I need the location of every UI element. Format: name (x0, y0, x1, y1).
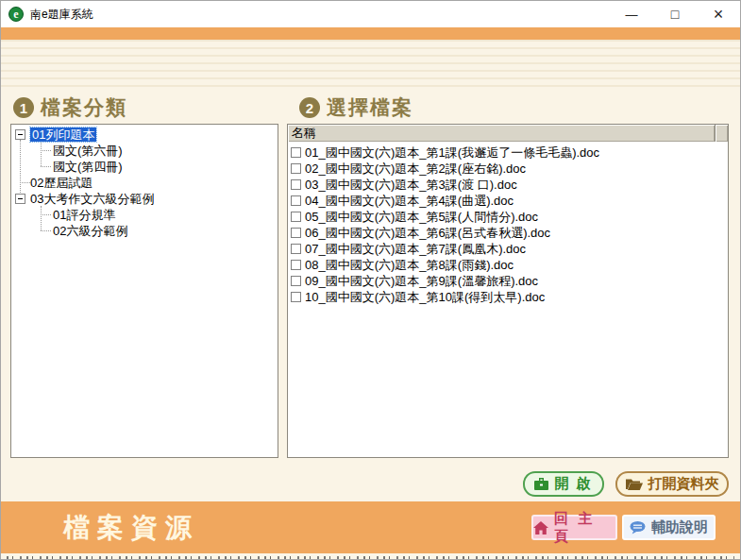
file-row[interactable]: 06_國中國文(六)題本_第6課(呂式春秋選).doc (288, 225, 728, 241)
tree-connector (41, 140, 42, 166)
file-row[interactable]: 03_國中國文(六)題本_第3課(渡 口).doc (288, 177, 728, 193)
file-row[interactable]: 10_國中國文(六)題本_第10課(得到太早).doc (288, 289, 728, 305)
file-name: 01_國中國文(六)題本_第1課(我邂逅了一條毛毛蟲).doc (305, 144, 599, 161)
tree-item[interactable]: 01評分規準 (53, 208, 115, 222)
file-checkbox[interactable] (291, 147, 301, 158)
file-row[interactable]: 01_國中國文(六)題本_第1課(我邂逅了一條毛毛蟲).doc (288, 144, 728, 161)
footer-bar: 檔案資源 回 主 頁 輔助說明 (1, 501, 740, 553)
file-checkbox[interactable] (291, 276, 301, 286)
tree-connector (41, 206, 42, 230)
cutoff-text-decoration (7, 556, 734, 559)
tree-item[interactable]: 02六級分範例 (53, 224, 127, 238)
close-icon[interactable]: × (697, 1, 740, 27)
category-tree-panel: 01列印題本 國文(第六冊) 國文(第四冊) 02歷屆試題 03大考作文六級分範… (10, 124, 278, 458)
open-folder-button-label: 打開資料夾 (648, 475, 719, 493)
tree-connector (41, 166, 51, 167)
briefcase-icon (534, 478, 548, 490)
tree-item[interactable]: 01列印題本 (30, 127, 96, 142)
tree-connector (20, 182, 30, 183)
file-checkbox[interactable] (291, 212, 301, 222)
list-header: 名稱 (288, 125, 728, 142)
open-folder-icon (626, 478, 643, 490)
file-checkbox[interactable] (291, 292, 301, 302)
file-name: 04_國中國文(六)題本_第4課(曲選).doc (305, 193, 514, 210)
file-row[interactable]: 02_國中國文(六)題本_第2課(座右銘).doc (288, 161, 728, 177)
file-name: 07_國中國文(六)題本_第7課(鳳凰木).doc (305, 241, 526, 258)
top-orange-bar (1, 27, 740, 40)
section-title-files-category: 檔案分類 (41, 94, 127, 121)
file-name: 03_國中國文(六)題本_第3課(渡 口).doc (305, 177, 517, 194)
home-button-label: 回 主 頁 (554, 510, 615, 546)
pinstripe-decoration (1, 40, 740, 89)
file-name: 09_國中國文(六)題本_第9課(溫馨旅程).doc (305, 273, 538, 290)
file-list-panel: 名稱 01_國中國文(六)題本_第1課(我邂逅了一條毛毛蟲).doc 02_國中… (287, 124, 729, 458)
tree-item[interactable]: 國文(第四冊) (53, 160, 123, 174)
file-row[interactable]: 09_國中國文(六)題本_第9課(溫馨旅程).doc (288, 273, 728, 289)
tree-connector (41, 150, 51, 151)
file-row[interactable]: 04_國中國文(六)題本_第4課(曲選).doc (288, 193, 728, 209)
file-name: 10_國中國文(六)題本_第10課(得到太早).doc (305, 289, 545, 306)
tree-item[interactable]: 03大考作文六級分範例 (30, 192, 154, 206)
file-checkbox[interactable] (291, 244, 301, 254)
file-row[interactable]: 05_國中國文(六)題本_第5課(人間情分).doc (288, 209, 728, 225)
tree-connector (41, 214, 51, 215)
tree-connector (41, 230, 51, 231)
file-row[interactable]: 08_國中國文(六)題本_第8課(雨錢).doc (288, 257, 728, 273)
tree-item[interactable]: 02歷屆試題 (30, 176, 93, 190)
page-title: 檔案資源 (63, 501, 199, 553)
window-title: 南e題庫系統 (30, 7, 93, 23)
file-name: 08_國中國文(六)題本_第8課(雨錢).doc (305, 257, 514, 274)
titlebar: e 南e題庫系統 — □ × (1, 1, 740, 27)
section-title-select-files: 選擇檔案 (327, 94, 413, 121)
file-checkbox[interactable] (291, 228, 301, 238)
home-icon (533, 521, 548, 535)
section-select-files: 2 選擇檔案 (299, 94, 413, 121)
column-header-name[interactable]: 名稱 (288, 125, 716, 142)
help-button-label: 輔助說明 (651, 518, 708, 536)
help-button[interactable]: 輔助說明 (622, 515, 716, 540)
file-name: 05_國中國文(六)題本_第5課(人間情分).doc (305, 209, 538, 226)
column-header-spacer (716, 125, 728, 142)
tree-connector (20, 140, 21, 198)
file-row[interactable]: 07_國中國文(六)題本_第7課(鳳凰木).doc (288, 241, 728, 257)
tree-collapse-icon[interactable] (15, 194, 25, 204)
open-button-label: 開 啟 (554, 475, 592, 493)
badge-1: 1 (13, 97, 34, 118)
bottom-cutoff-text-strip (1, 553, 740, 560)
app-window: e 南e題庫系統 — □ × 1 檔案分類 2 選擇檔案 01列印題本 國文(第… (0, 0, 741, 560)
file-checkbox[interactable] (291, 179, 301, 190)
speech-bubble-icon (630, 521, 646, 535)
file-name: 06_國中國文(六)題本_第6課(呂式春秋選).doc (305, 225, 550, 242)
home-button[interactable]: 回 主 頁 (531, 515, 617, 540)
file-checkbox[interactable] (291, 260, 301, 270)
tree-collapse-icon[interactable] (15, 129, 25, 140)
minimize-icon[interactable]: — (610, 1, 653, 27)
open-button[interactable]: 開 啟 (523, 471, 604, 497)
file-checkbox[interactable] (291, 163, 301, 174)
file-name: 02_國中國文(六)題本_第2課(座右銘).doc (305, 161, 526, 178)
open-folder-button[interactable]: 打開資料夾 (615, 471, 729, 497)
maximize-icon[interactable]: □ (653, 1, 697, 27)
app-logo-icon: e (8, 7, 24, 22)
tree-item[interactable]: 國文(第六冊) (53, 144, 123, 158)
badge-2: 2 (299, 97, 320, 118)
section-files-category: 1 檔案分類 (13, 94, 127, 121)
file-checkbox[interactable] (291, 195, 301, 206)
